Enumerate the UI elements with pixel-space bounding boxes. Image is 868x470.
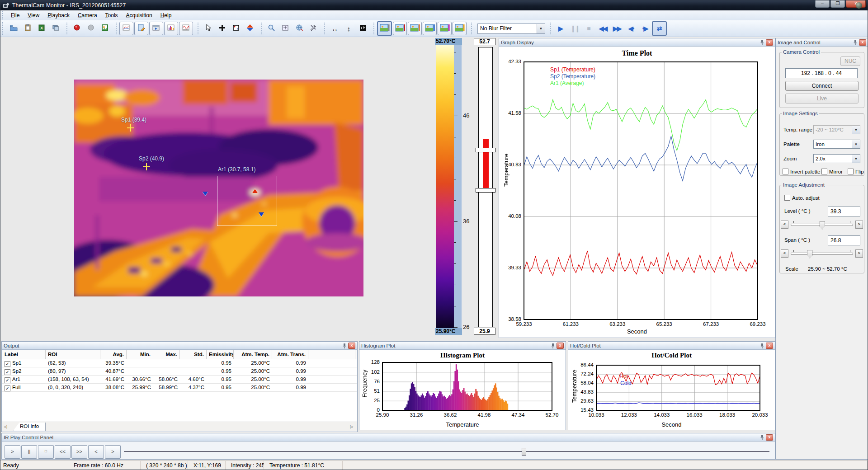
tab-roi-info[interactable]: ROI info bbox=[13, 423, 46, 431]
minimize-button[interactable]: – bbox=[815, 0, 830, 8]
pin-icon[interactable] bbox=[760, 40, 764, 45]
table-row[interactable]: Ar1(158, 108, 63, 54)41.69°C30.66°C58.06… bbox=[2, 376, 357, 384]
stop-button[interactable]: □ bbox=[38, 445, 54, 459]
palette-5-button[interactable] bbox=[438, 22, 452, 35]
column-header-std[interactable]: Std. bbox=[180, 350, 207, 359]
loop-button[interactable]: ⇄ bbox=[652, 21, 667, 36]
level-slider-thumb[interactable] bbox=[820, 221, 825, 230]
row-checkbox[interactable] bbox=[5, 377, 10, 383]
span-slider[interactable]: < > bbox=[781, 249, 863, 257]
fast-forward-button[interactable]: ▶▶ bbox=[610, 22, 624, 35]
restore-button[interactable]: ❐ bbox=[830, 0, 845, 8]
pin-icon[interactable] bbox=[853, 40, 858, 45]
add-spot-button[interactable] bbox=[215, 22, 229, 35]
column-header-atm_temp[interactable]: Atm. Temp. bbox=[234, 350, 272, 359]
play-panel-header[interactable]: IR Play Control Panel x bbox=[2, 433, 775, 442]
column-header-atm_trans[interactable]: Atm. Trans. bbox=[272, 350, 308, 359]
image-control-header[interactable]: Image and Control x bbox=[776, 38, 868, 47]
pause-button[interactable]: || bbox=[21, 445, 37, 459]
histogram-header[interactable]: Histogram Plot x bbox=[359, 342, 566, 350]
flip-vertical-button[interactable]: ↕ bbox=[342, 22, 356, 35]
panel-close-icon[interactable]: x bbox=[766, 39, 773, 46]
column-header-emissivity[interactable]: Emissivity bbox=[207, 350, 234, 359]
palette-4-button[interactable] bbox=[423, 22, 437, 35]
record-stop-button[interactable] bbox=[84, 22, 98, 35]
span-decrease-button[interactable]: < bbox=[781, 249, 788, 258]
output-header[interactable]: Output x bbox=[2, 342, 357, 350]
menu-file[interactable]: File bbox=[7, 11, 24, 19]
pin-icon[interactable] bbox=[342, 343, 347, 348]
open-file-button[interactable] bbox=[7, 22, 21, 35]
table-row[interactable]: Full(0, 0, 320, 240)38.08°C25.99°C58.99°… bbox=[2, 384, 357, 392]
menu-acquisition[interactable]: Acquisition bbox=[122, 11, 156, 19]
palette-select[interactable]: Iron ▼ bbox=[813, 140, 860, 149]
level-slider[interactable]: < > bbox=[781, 220, 863, 228]
connect-button[interactable]: Connect bbox=[785, 81, 859, 91]
export-report-button[interactable]: X bbox=[35, 22, 49, 35]
level-decrease-button[interactable]: < bbox=[781, 221, 788, 229]
record-button[interactable] bbox=[70, 22, 84, 35]
graph-display-toggle-button[interactable] bbox=[119, 22, 133, 35]
column-header-label[interactable]: Label bbox=[2, 350, 46, 359]
fast-forward-button[interactable]: >> bbox=[71, 445, 87, 459]
palette-3-button[interactable] bbox=[408, 22, 422, 35]
select-cursor-button[interactable] bbox=[201, 22, 215, 35]
column-header-avg[interactable]: Avg. bbox=[100, 350, 127, 359]
curve-panel-toggle-button[interactable] bbox=[179, 22, 193, 35]
span-slider-thumb[interactable] bbox=[807, 250, 812, 258]
full-frame-button[interactable] bbox=[278, 22, 292, 35]
tab-scroll-right-icon[interactable]: ▷ bbox=[349, 423, 355, 430]
area1-roi-rect[interactable] bbox=[217, 176, 277, 226]
seek-slider-track[interactable] bbox=[124, 451, 769, 452]
add-area-button[interactable] bbox=[229, 22, 243, 35]
menu-playback[interactable]: Playback bbox=[43, 11, 74, 19]
menu-tools[interactable]: Tools bbox=[101, 11, 122, 19]
step-back-button[interactable]: < bbox=[88, 445, 104, 459]
step-forward-button[interactable]: > bbox=[105, 445, 121, 459]
roi-note-toggle-button[interactable] bbox=[134, 22, 148, 35]
ip-address-field[interactable]: 192 . 168 . 0 . 44 bbox=[785, 68, 858, 78]
palette-6-button[interactable] bbox=[453, 22, 467, 35]
thermal-image-view[interactable]: Sp1 (39.4) Sp2 (40.9) Ar1 (30.7, 58.1) bbox=[74, 80, 363, 296]
level-value-field[interactable]: 39.3 bbox=[828, 207, 860, 216]
column-header-max[interactable]: Max. bbox=[153, 350, 180, 359]
pin-icon[interactable] bbox=[760, 343, 764, 348]
row-checkbox[interactable] bbox=[5, 385, 10, 391]
range-max-box[interactable]: 52.7 bbox=[474, 38, 495, 45]
blur-filter-select[interactable]: No Blur Filter▼ bbox=[477, 24, 545, 34]
table-row[interactable]: Sp1(62, 53)39.35°C0.9525.00°C0.99 bbox=[2, 359, 357, 367]
palette-1-button[interactable] bbox=[377, 21, 392, 36]
span-increase-button[interactable]: > bbox=[855, 249, 863, 258]
panel-close-icon[interactable]: x bbox=[348, 343, 355, 349]
range-handle-lower[interactable] bbox=[476, 188, 495, 193]
spot2-crosshair[interactable] bbox=[143, 163, 150, 170]
range-min-box[interactable]: 25.9 bbox=[474, 328, 495, 335]
step-back-button[interactable]: ◀• bbox=[624, 22, 638, 35]
panel-close-icon[interactable]: x bbox=[557, 343, 564, 349]
hotcold-header[interactable]: Hot/Cold Plot x bbox=[568, 342, 775, 350]
player-panel-toggle-button[interactable] bbox=[149, 22, 163, 35]
mirror-checkbox[interactable]: Mirror bbox=[821, 169, 843, 174]
histogram-panel-toggle-button[interactable] bbox=[164, 22, 178, 35]
web-update-button[interactable] bbox=[292, 22, 307, 35]
pin-icon[interactable] bbox=[760, 435, 764, 440]
column-header-blank[interactable] bbox=[308, 350, 355, 359]
save-images-button[interactable] bbox=[49, 22, 63, 35]
pause-button[interactable]: ❙❙ bbox=[568, 22, 582, 35]
flip-checkbox[interactable]: Flip bbox=[848, 169, 864, 174]
panel-close-icon[interactable]: x bbox=[766, 343, 773, 349]
snapshot-button[interactable] bbox=[98, 22, 112, 35]
settings-button[interactable] bbox=[307, 22, 321, 35]
menu-help[interactable]: Help bbox=[156, 11, 176, 19]
column-header-min[interactable]: Min. bbox=[127, 350, 153, 359]
graph-display-header[interactable]: Graph Display x bbox=[499, 38, 775, 47]
isotherm-button[interactable] bbox=[243, 22, 257, 35]
resize-window-button[interactable] bbox=[356, 22, 370, 35]
step-forward-button[interactable]: •▶ bbox=[638, 22, 652, 35]
span-value-field[interactable]: 26.8 bbox=[828, 235, 860, 245]
zoom-tool-button[interactable] bbox=[264, 22, 278, 35]
spot1-crosshair[interactable] bbox=[127, 124, 134, 132]
seek-slider-thumb[interactable] bbox=[522, 448, 526, 456]
range-handle-upper[interactable] bbox=[476, 148, 495, 152]
invert-palette-checkbox[interactable]: Invert palette bbox=[783, 169, 820, 174]
